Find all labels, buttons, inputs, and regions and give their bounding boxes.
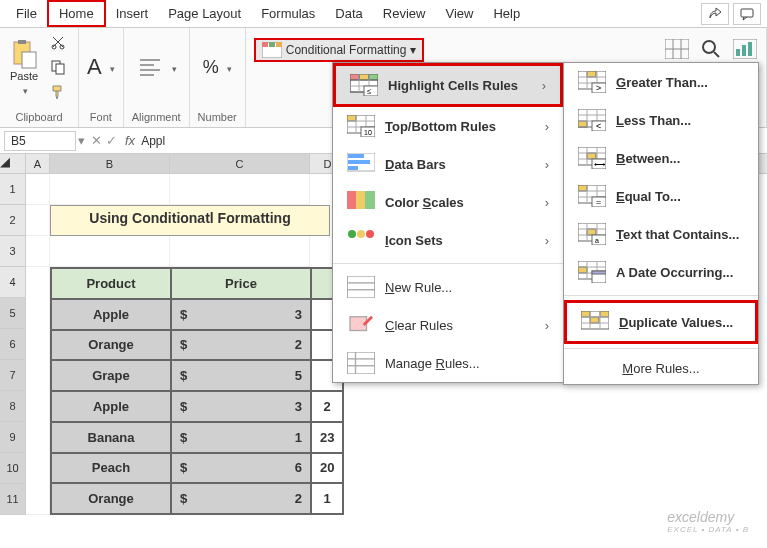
svg-rect-105 xyxy=(578,267,587,273)
svg-rect-97 xyxy=(587,229,596,235)
row-header[interactable]: 7 xyxy=(0,360,26,391)
svg-rect-111 xyxy=(592,271,606,274)
row-header[interactable]: 2 xyxy=(0,205,26,236)
tab-help[interactable]: Help xyxy=(483,2,530,25)
tab-page-layout[interactable]: Page Layout xyxy=(158,2,251,25)
conditional-formatting-icon xyxy=(262,42,282,58)
cell-styles-icon[interactable] xyxy=(665,38,689,60)
row-header[interactable]: 10 xyxy=(0,453,26,484)
cut-button[interactable] xyxy=(46,31,70,53)
svg-point-52 xyxy=(348,230,356,238)
highlight-cells-submenu: > Greater Than... < Less Than... ⟷ Betwe… xyxy=(563,62,759,385)
menu-between[interactable]: ⟷ Between... xyxy=(564,139,758,177)
tab-view[interactable]: View xyxy=(435,2,483,25)
comments-button[interactable] xyxy=(733,3,761,25)
row-header[interactable]: 6 xyxy=(0,329,26,360)
svg-rect-47 xyxy=(348,160,370,164)
menu-more-rules[interactable]: More Rules... xyxy=(564,353,758,384)
col-header-b[interactable]: B xyxy=(50,154,170,173)
row-header[interactable]: 8 xyxy=(0,391,26,422)
group-clipboard: Paste Clipboard xyxy=(0,28,79,127)
data-table: ProductPrice Apple$3 Orange$2 Grape$5 Ap… xyxy=(50,267,344,515)
tab-home[interactable]: Home xyxy=(47,0,106,27)
table-row: Orange$2 xyxy=(51,330,343,361)
copy-button[interactable] xyxy=(46,56,70,78)
row-header[interactable]: 5 xyxy=(0,298,26,329)
row-header[interactable]: 9 xyxy=(0,422,26,453)
tab-file[interactable]: File xyxy=(6,2,47,25)
row-header[interactable]: 4 xyxy=(0,267,26,298)
menu-icon-sets[interactable]: Icon Sets › xyxy=(333,221,563,259)
ribbon-tabs: File Home Insert Page Layout Formulas Da… xyxy=(0,0,767,28)
svg-point-53 xyxy=(357,230,365,238)
new-rule-icon xyxy=(347,276,375,298)
table-row: Peach$620 xyxy=(51,453,343,484)
group-font: A Font xyxy=(79,28,124,127)
share-button[interactable] xyxy=(701,3,729,25)
menu-new-rule[interactable]: New Rule... xyxy=(333,268,563,306)
tab-formulas[interactable]: Formulas xyxy=(251,2,325,25)
between-icon: ⟷ xyxy=(578,147,606,169)
svg-rect-0 xyxy=(741,9,753,17)
svg-rect-29 xyxy=(369,74,378,80)
name-box[interactable]: B5 xyxy=(4,131,76,151)
chevron-right-icon: › xyxy=(545,119,549,134)
menu-top-bottom-rules[interactable]: 10 Top/Bottom Rules › xyxy=(333,107,563,145)
formula-input[interactable]: Appl xyxy=(141,134,165,148)
col-header-a[interactable]: A xyxy=(26,154,50,173)
analyze-icon[interactable] xyxy=(733,38,757,60)
menu-highlight-cells-rules[interactable]: ≤ Highlight Cells Rules › xyxy=(333,63,563,107)
cancel-icon[interactable]: ✕ xyxy=(91,133,102,148)
svg-text:≤: ≤ xyxy=(367,87,372,96)
menu-text-contains[interactable]: a Text that Contains... xyxy=(564,215,758,253)
svg-rect-37 xyxy=(347,115,356,121)
svg-rect-7 xyxy=(56,64,64,74)
table-row: Orange$21 xyxy=(51,483,343,514)
tab-review[interactable]: Review xyxy=(373,2,436,25)
tab-insert[interactable]: Insert xyxy=(106,2,159,25)
row-header[interactable]: 3 xyxy=(0,236,26,267)
col-header-c[interactable]: C xyxy=(170,154,310,173)
menu-less-than[interactable]: < Less Than... xyxy=(564,101,758,139)
paste-dropdown-icon xyxy=(21,82,28,97)
svg-text:a: a xyxy=(595,237,599,244)
svg-rect-24 xyxy=(742,45,746,56)
conditional-formatting-button[interactable]: Conditional Formatting ▾ xyxy=(254,38,425,62)
header-price: Price xyxy=(171,268,311,299)
paste-icon xyxy=(8,38,40,70)
menu-manage-rules[interactable]: Manage Rules... xyxy=(333,344,563,382)
menu-date-occurring[interactable]: A Date Occurring... xyxy=(564,253,758,291)
table-row: Banana$123 xyxy=(51,422,343,453)
highlight-cells-icon: ≤ xyxy=(350,74,378,96)
menu-greater-than[interactable]: > Greater Than... xyxy=(564,63,758,101)
color-scales-icon xyxy=(347,191,375,213)
manage-rules-icon xyxy=(347,352,375,374)
row-headers: 1 2 3 4 5 6 7 8 9 10 11 xyxy=(0,174,26,515)
paste-button[interactable]: Paste xyxy=(8,38,40,97)
row-header[interactable]: 1 xyxy=(0,174,26,205)
table-row: Grape$5 xyxy=(51,360,343,391)
tab-data[interactable]: Data xyxy=(325,2,372,25)
less-than-icon: < xyxy=(578,109,606,131)
chevron-right-icon: › xyxy=(545,233,549,248)
menu-equal-to[interactable]: = Equal To... xyxy=(564,177,758,215)
row-header[interactable]: 11 xyxy=(0,484,26,515)
find-icon[interactable] xyxy=(699,38,723,60)
date-occurring-icon xyxy=(578,261,606,283)
menu-data-bars[interactable]: Data Bars › xyxy=(333,145,563,183)
menu-clear-rules[interactable]: Clear Rules › xyxy=(333,306,563,344)
format-painter-button[interactable] xyxy=(46,81,70,103)
chevron-right-icon: › xyxy=(545,318,549,333)
fx-icon[interactable]: fx xyxy=(125,133,135,148)
menu-duplicate-values[interactable]: Duplicate Values... xyxy=(564,300,758,344)
svg-rect-49 xyxy=(347,191,356,209)
select-all-triangle[interactable]: ◢ xyxy=(0,154,26,173)
table-row: Apple$32 xyxy=(51,391,343,422)
svg-rect-55 xyxy=(347,276,375,298)
equal-to-icon: = xyxy=(578,185,606,207)
enter-icon[interactable]: ✓ xyxy=(106,133,117,148)
menu-color-scales[interactable]: Color Scales › xyxy=(333,183,563,221)
chevron-right-icon: › xyxy=(545,195,549,210)
svg-rect-80 xyxy=(587,153,596,159)
group-alignment: Alignment xyxy=(124,28,190,127)
